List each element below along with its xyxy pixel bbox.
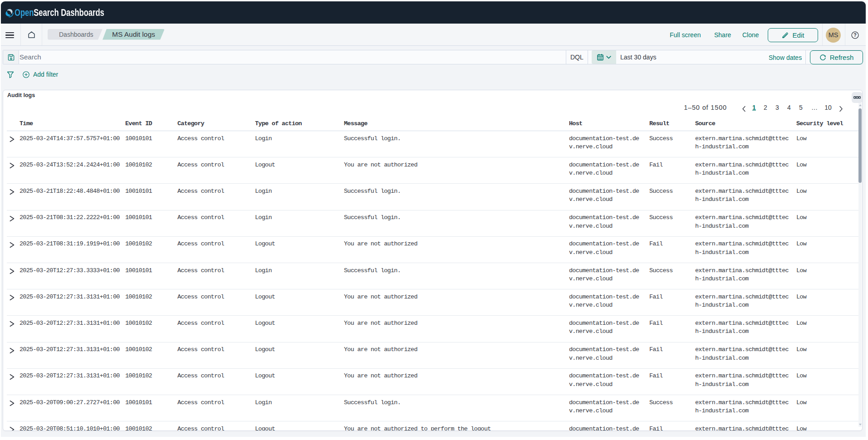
svg-text:?: ? <box>853 32 856 38</box>
